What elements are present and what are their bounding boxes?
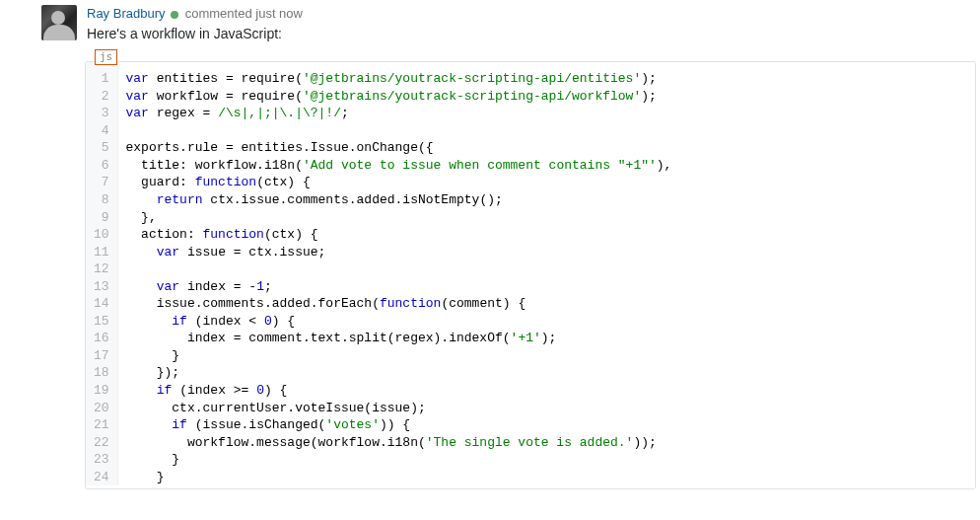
code-content[interactable]: guard: function(ctx) { — [117, 174, 975, 191]
code-line: 23 } — [86, 451, 975, 469]
code-scroll-area[interactable]: 1var entities = require('@jetbrains/yout… — [85, 61, 976, 489]
code-content[interactable]: } — [117, 347, 975, 365]
line-number: 16 — [86, 330, 117, 347]
code-line: 18 }); — [86, 364, 975, 382]
line-number: 15 — [86, 313, 117, 331]
code-table: 1var entities = require('@jetbrains/yout… — [86, 62, 975, 485]
line-number: 11 — [86, 244, 117, 261]
code-block: js 1var entities = require('@jetbrains/y… — [85, 61, 976, 489]
code-content[interactable]: var regex = /\s|,|;|\.|\?|!/; — [117, 105, 975, 122]
code-content[interactable]: workflow.message(workflow.i18n('The sing… — [117, 434, 975, 452]
comment-text: Here's a workflow in JavaScript: — [87, 26, 976, 41]
code-content[interactable]: var index = -1; — [117, 278, 975, 296]
line-number: 7 — [86, 174, 117, 191]
comment-timestamp: commented just now — [185, 6, 303, 21]
code-line: 2var workflow = require('@jetbrains/yout… — [86, 88, 975, 106]
line-number: 22 — [86, 434, 117, 452]
code-content[interactable]: if (index >= 0) { — [117, 382, 975, 400]
code-line: 16 index = comment.text.split(regex).ind… — [86, 330, 975, 347]
line-number: 10 — [86, 226, 117, 244]
code-content[interactable]: exports.rule = entities.Issue.onChange({ — [117, 139, 975, 157]
code-content[interactable] — [117, 260, 975, 278]
code-content[interactable]: if (index < 0) { — [117, 313, 975, 331]
code-line: 6 title: workflow.i18n('Add vote to issu… — [86, 157, 975, 175]
code-line: 11 var issue = ctx.issue; — [86, 244, 975, 261]
code-line: 20 ctx.currentUser.voteIssue(issue); — [86, 400, 975, 417]
code-content[interactable]: title: workflow.i18n('Add vote to issue … — [117, 157, 975, 175]
code-content[interactable]: issue.comments.added.forEach(function(co… — [117, 295, 975, 313]
line-number: 21 — [86, 416, 117, 434]
line-number: 9 — [86, 209, 117, 227]
code-content[interactable]: } — [117, 469, 975, 486]
code-content[interactable]: var issue = ctx.issue; — [117, 244, 975, 261]
code-line: 8 return ctx.issue.comments.added.isNotE… — [86, 191, 975, 209]
lang-tag[interactable]: js — [95, 49, 117, 65]
code-line: 19 if (index >= 0) { — [86, 382, 975, 400]
code-line: 7 guard: function(ctx) { — [86, 174, 975, 191]
comment-body: Ray Bradbury commented just now Here's a… — [87, 5, 976, 41]
line-number: 3 — [86, 105, 117, 122]
line-number: 18 — [86, 364, 117, 382]
code-line: 24 } — [86, 469, 975, 486]
line-number: 5 — [86, 139, 117, 157]
code-line: 4 — [86, 122, 975, 140]
code-content[interactable]: } — [117, 451, 975, 469]
line-number: 1 — [86, 62, 117, 88]
line-number: 24 — [86, 469, 117, 486]
code-line: 3var regex = /\s|,|;|\.|\?|!/; — [86, 105, 975, 122]
line-number: 2 — [86, 88, 117, 106]
code-content[interactable]: index = comment.text.split(regex).indexO… — [117, 330, 975, 347]
line-number: 4 — [86, 122, 117, 140]
code-content[interactable]: var entities = require('@jetbrains/youtr… — [117, 62, 975, 88]
code-line: 13 var index = -1; — [86, 278, 975, 296]
line-number: 23 — [86, 451, 117, 469]
code-content[interactable]: ctx.currentUser.voteIssue(issue); — [117, 400, 975, 417]
online-status-icon — [171, 11, 178, 19]
code-line: 5exports.rule = entities.Issue.onChange(… — [86, 139, 975, 157]
avatar[interactable] — [41, 5, 77, 40]
code-line: 21 if (issue.isChanged('votes')) { — [86, 416, 975, 434]
code-line: 17 } — [86, 347, 975, 365]
code-content[interactable]: var workflow = require('@jetbrains/youtr… — [117, 88, 975, 106]
line-number: 14 — [86, 295, 117, 313]
line-number: 19 — [86, 382, 117, 400]
code-content[interactable]: if (issue.isChanged('votes')) { — [117, 416, 975, 434]
author-link[interactable]: Ray Bradbury — [87, 6, 165, 21]
code-content[interactable]: return ctx.issue.comments.added.isNotEmp… — [117, 191, 975, 209]
code-content[interactable]: }); — [117, 364, 975, 382]
line-number: 13 — [86, 278, 117, 296]
line-number: 6 — [86, 157, 117, 175]
code-line: 10 action: function(ctx) { — [86, 226, 975, 244]
code-line: 1var entities = require('@jetbrains/yout… — [86, 62, 975, 88]
code-line: 9 }, — [86, 209, 975, 227]
code-line: 12 — [86, 260, 975, 278]
line-number: 12 — [86, 260, 117, 278]
line-number: 8 — [86, 191, 117, 209]
comment: Ray Bradbury commented just now Here's a… — [0, 0, 980, 41]
line-number: 20 — [86, 400, 117, 417]
code-content[interactable]: }, — [117, 209, 975, 227]
code-content[interactable] — [117, 122, 975, 140]
code-content[interactable]: action: function(ctx) { — [117, 226, 975, 244]
line-number: 17 — [86, 347, 117, 365]
code-line: 14 issue.comments.added.forEach(function… — [86, 295, 975, 313]
comment-meta: Ray Bradbury commented just now — [87, 5, 976, 23]
code-line: 15 if (index < 0) { — [86, 313, 975, 331]
code-line: 22 workflow.message(workflow.i18n('The s… — [86, 434, 975, 452]
